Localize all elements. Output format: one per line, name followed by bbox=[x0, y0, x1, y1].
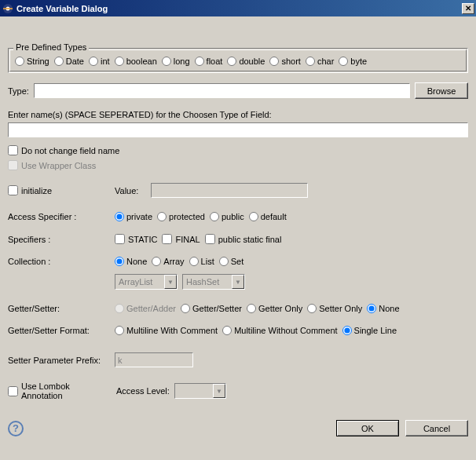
no-change-label: Do not change field name bbox=[21, 146, 119, 155]
spec-static-checkbox[interactable] bbox=[115, 234, 125, 244]
specifiers-label: Specifiers : bbox=[8, 235, 110, 244]
setter-prefix-label: Setter Parameter Prefix: bbox=[8, 356, 110, 365]
list-impl-dropdown: ArrayList ▼ bbox=[115, 274, 178, 290]
names-label: Enter name(s) (SPACE SEPERATED) for the … bbox=[8, 110, 468, 119]
type-label: Type: bbox=[8, 86, 29, 96]
help-icon[interactable]: ? bbox=[8, 421, 24, 436]
browse-button[interactable]: Browse bbox=[415, 82, 468, 99]
titlebar: Create Variable Dialog ✕ bbox=[0, 0, 476, 16]
getter-setter-format-label: Getter/Setter Format: bbox=[8, 326, 110, 335]
predef-char-radio[interactable] bbox=[306, 57, 315, 66]
type-input[interactable] bbox=[34, 83, 410, 98]
coll-array-radio[interactable] bbox=[152, 257, 161, 266]
initialize-checkbox[interactable] bbox=[8, 185, 18, 195]
coll-list-radio[interactable] bbox=[189, 257, 199, 266]
spec-publicstaticfinal-checkbox[interactable] bbox=[205, 234, 215, 244]
predef-byte-radio[interactable] bbox=[339, 57, 348, 66]
access-level-label: Access Level: bbox=[116, 386, 170, 396]
predef-boolean-radio[interactable] bbox=[115, 57, 124, 66]
chevron-down-icon: ▼ bbox=[213, 384, 225, 398]
titlebar-text: Create Variable Dialog bbox=[16, 4, 462, 13]
lombok-label: Use Lombok Annotation bbox=[21, 382, 112, 400]
collection-label: Collection : bbox=[8, 257, 110, 266]
initialize-label: initialize bbox=[21, 186, 52, 195]
access-public-radio[interactable] bbox=[210, 212, 219, 221]
names-input[interactable] bbox=[8, 122, 468, 137]
predef-long-radio[interactable] bbox=[162, 57, 171, 66]
ok-button[interactable]: OK bbox=[336, 420, 399, 436]
access-private-radio[interactable] bbox=[115, 212, 124, 221]
predef-string-radio[interactable] bbox=[15, 57, 24, 66]
getter-setter-label: Getter/Setter: bbox=[8, 304, 110, 313]
access-level-dropdown: ▼ bbox=[174, 383, 226, 399]
wrapper-label: Use Wrapper Class bbox=[21, 161, 96, 170]
predefined-types-legend: Pre Defined Types bbox=[13, 42, 89, 52]
spec-final-checkbox[interactable] bbox=[162, 234, 172, 244]
predef-int-radio[interactable] bbox=[89, 57, 98, 66]
gs-none-radio[interactable] bbox=[367, 304, 376, 313]
access-specifier-label: Access Specifier : bbox=[8, 212, 110, 221]
value-input bbox=[151, 183, 308, 198]
no-change-checkbox[interactable] bbox=[8, 145, 18, 155]
setter-prefix-input bbox=[115, 352, 193, 367]
app-icon bbox=[2, 2, 14, 15]
coll-set-radio[interactable] bbox=[219, 257, 229, 266]
predef-double-radio[interactable] bbox=[227, 57, 236, 66]
gs-getteronly-radio[interactable] bbox=[247, 304, 256, 313]
access-protected-radio[interactable] bbox=[157, 212, 167, 221]
chevron-down-icon: ▼ bbox=[164, 275, 177, 289]
predefined-types-group: Pre Defined Types StringDateintbooleanlo… bbox=[8, 48, 468, 73]
predef-float-radio[interactable] bbox=[195, 57, 204, 66]
gs-gettersetter-radio[interactable] bbox=[181, 304, 190, 313]
access-default-radio[interactable] bbox=[249, 212, 258, 221]
predef-date-radio[interactable] bbox=[54, 57, 64, 66]
svg-rect-2 bbox=[3, 8, 13, 9]
gsf-singleline-radio[interactable] bbox=[342, 326, 352, 335]
set-impl-dropdown: HashSet ▼ bbox=[182, 274, 245, 290]
gs-getteradder-radio bbox=[115, 304, 124, 313]
predef-short-radio[interactable] bbox=[269, 57, 279, 66]
gsf-multilinewithcomment-radio[interactable] bbox=[115, 326, 124, 335]
lombok-checkbox[interactable] bbox=[8, 386, 18, 396]
coll-none-radio[interactable] bbox=[115, 257, 124, 266]
value-label: Value: bbox=[115, 186, 146, 195]
cancel-button[interactable]: Cancel bbox=[405, 420, 468, 436]
close-icon[interactable]: ✕ bbox=[462, 3, 474, 14]
chevron-down-icon: ▼ bbox=[232, 275, 244, 289]
gsf-multilinewithoutcomment-radio[interactable] bbox=[222, 326, 232, 335]
wrapper-checkbox bbox=[8, 160, 18, 170]
gs-setteronly-radio[interactable] bbox=[307, 304, 317, 313]
